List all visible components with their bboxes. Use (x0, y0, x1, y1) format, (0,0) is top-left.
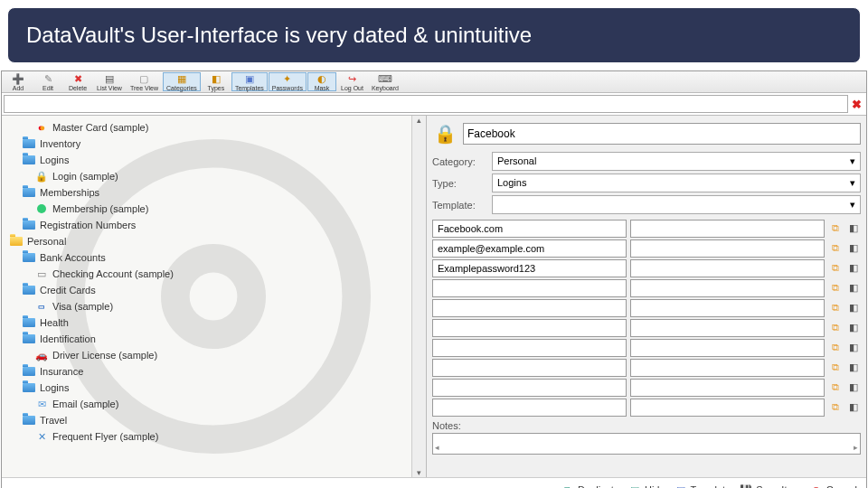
types-icon: ◧ (210, 73, 222, 85)
action-icon[interactable]: ◧ (846, 220, 861, 236)
tree-item[interactable]: Credit Cards (2, 282, 426, 298)
copy-icon[interactable]: ⧉ (828, 299, 843, 315)
tree-item-label: Membership (sample) (52, 203, 148, 214)
action-icon[interactable]: ◧ (846, 279, 861, 296)
tree-item[interactable]: ▭Checking Account (sample) (2, 266, 426, 282)
hide-button[interactable]: ▤Hide (628, 483, 665, 488)
copy-icon[interactable]: ⧉ (828, 259, 843, 276)
tree-item[interactable]: Health (2, 314, 426, 331)
tree-item[interactable]: Insurance (2, 363, 426, 380)
log-out-icon: ↪ (345, 73, 358, 85)
field-input-right[interactable] (630, 279, 825, 297)
toolbar-log-out[interactable]: ↪Log Out (337, 72, 367, 91)
field-input-right[interactable] (630, 299, 825, 317)
tree-item[interactable]: 🔒Login (sample) (2, 168, 426, 184)
field-input-right[interactable] (630, 339, 825, 357)
action-icon[interactable]: ◧ (846, 359, 861, 375)
action-icon[interactable]: ◧ (846, 319, 861, 335)
tree-item[interactable]: Inventory (2, 136, 426, 152)
field-input-right[interactable] (630, 359, 825, 377)
toolbar-delete[interactable]: ✖Delete (63, 72, 92, 91)
field-input-left[interactable] (432, 279, 627, 297)
save-item-button[interactable]: 💾Save Item (740, 483, 801, 488)
field-input-right[interactable] (630, 319, 825, 337)
tree-item[interactable]: ●●Master Card (sample) (2, 119, 426, 136)
toolbar-mask[interactable]: ◐Mask (307, 72, 336, 91)
tree-item[interactable]: Memberships (2, 184, 426, 201)
field-input-left[interactable] (432, 379, 627, 397)
scroll-right-icon[interactable]: ▸ (854, 443, 858, 454)
copy-icon[interactable]: ⧉ (828, 220, 843, 236)
toolbar-tree-view[interactable]: ▢Tree View (127, 72, 162, 91)
toolbar-edit[interactable]: ✎Edit (33, 72, 62, 91)
tree-item-label: Email (sample) (52, 399, 118, 409)
tree-item[interactable]: ▭Visa (sample) (2, 298, 426, 314)
copy-icon[interactable]: ⧉ (828, 239, 843, 256)
field-input-left[interactable] (432, 359, 627, 377)
field-input-right[interactable] (630, 399, 825, 417)
passwords-icon: ✦ (281, 73, 294, 85)
copy-icon[interactable]: ⧉ (828, 379, 843, 395)
type-select[interactable]: Logins▾ (492, 174, 861, 192)
field-input-right[interactable] (630, 379, 825, 397)
field-input-left[interactable] (432, 299, 627, 317)
category-select[interactable]: Personal▾ (492, 152, 861, 171)
scroll-down-icon[interactable]: ▾ (412, 468, 426, 477)
categories-icon: ▦ (175, 73, 188, 85)
action-icon[interactable]: ◧ (846, 379, 861, 395)
field-input-right[interactable] (630, 220, 825, 238)
tree-scrollbar[interactable]: ▴ ▾ (411, 116, 426, 477)
tree-item[interactable]: ✕Frequent Flyer (sample) (2, 428, 426, 445)
field-input-left[interactable] (432, 339, 627, 357)
action-icon[interactable]: ◧ (846, 239, 861, 256)
tree-item[interactable]: 🚗Driver License (sample) (2, 347, 426, 363)
tree-item[interactable]: Bank Accounts (2, 249, 426, 266)
tree-item[interactable]: Registration Numbers (2, 217, 426, 233)
tree-item[interactable]: Travel (2, 412, 426, 428)
copy-icon[interactable]: ⧉ (828, 399, 843, 415)
copy-icon[interactable]: ⧉ (828, 359, 843, 375)
template-button[interactable]: ▣Template (675, 483, 731, 488)
tree-item[interactable]: Membership (sample) (2, 201, 426, 217)
notes-label: Notes: (432, 420, 461, 431)
toolbar-keyboard[interactable]: ⌨Keyboard (368, 72, 402, 91)
toolbar-list-view[interactable]: ▤List View (93, 72, 126, 91)
action-icon[interactable]: ◧ (846, 299, 861, 315)
field-input-left[interactable] (432, 319, 627, 337)
duplicate-button[interactable]: ⧉Duplicate (561, 483, 619, 488)
cancel-button[interactable]: ⊘Cancel (810, 483, 857, 488)
tree-item[interactable]: Logins (2, 380, 426, 396)
action-icon[interactable]: ◧ (846, 259, 861, 276)
folder-icon (22, 251, 36, 264)
field-input-left[interactable] (432, 259, 627, 277)
template-select[interactable]: ▾ (492, 195, 861, 214)
search-input[interactable] (4, 95, 848, 113)
folder-icon (22, 365, 36, 378)
scroll-left-icon[interactable]: ◂ (435, 443, 439, 454)
notes-textarea[interactable]: ◂▸ (432, 433, 861, 455)
type-label: Type: (432, 178, 486, 189)
toolbar-templates[interactable]: ▣Templates (231, 72, 268, 91)
toolbar-passwords[interactable]: ✦Passwords (269, 72, 307, 91)
tree-item[interactable]: Identification (2, 331, 426, 347)
copy-icon[interactable]: ⧉ (828, 339, 843, 355)
action-icon[interactable]: ◧ (846, 339, 861, 355)
field-input-left[interactable] (432, 399, 627, 417)
item-title-input[interactable] (463, 123, 861, 145)
copy-icon[interactable]: ⧉ (828, 279, 843, 296)
action-icon[interactable]: ◧ (846, 399, 861, 415)
tree-item[interactable]: Logins (2, 152, 426, 168)
field-input-left[interactable] (432, 239, 627, 258)
copy-icon[interactable]: ⧉ (828, 319, 843, 335)
field-input-left[interactable] (432, 220, 627, 238)
toolbar-types[interactable]: ◧Types (202, 72, 231, 91)
tree-item[interactable]: Personal (2, 233, 426, 249)
scroll-up-icon[interactable]: ▴ (412, 116, 426, 125)
tree-item[interactable]: ✉Email (sample) (2, 396, 426, 412)
clear-search-icon[interactable]: ✖ (848, 95, 864, 113)
field-input-right[interactable] (630, 239, 825, 258)
field-input-right[interactable] (630, 259, 825, 277)
toolbar-add[interactable]: ➕Add (4, 72, 33, 91)
template-icon: ▣ (675, 483, 687, 488)
toolbar-categories[interactable]: ▦Categories (163, 72, 201, 91)
